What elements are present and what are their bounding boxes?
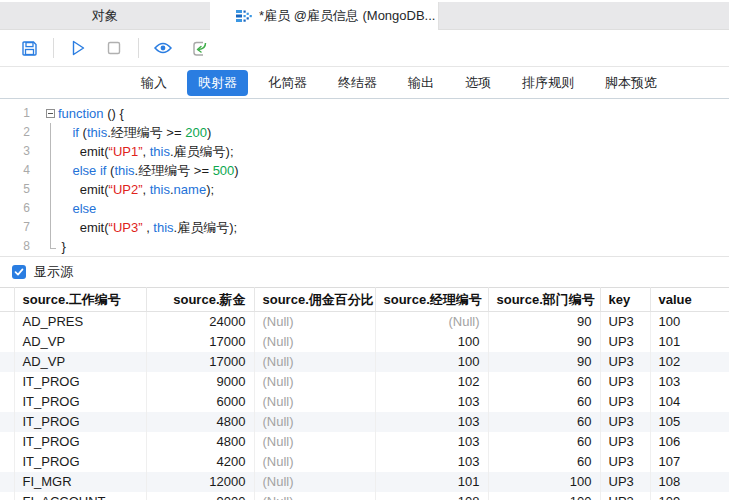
grid-cell[interactable]: 103 [375, 432, 488, 452]
row-selector[interactable] [0, 392, 14, 412]
grid-cell[interactable]: 60 [488, 432, 600, 452]
stop-button[interactable] [101, 36, 127, 60]
grid-cell[interactable]: 9000 [146, 372, 254, 392]
column-header[interactable]: source.薪金 [146, 288, 254, 312]
grid-cell[interactable]: UP3 [600, 352, 650, 372]
grid-cell[interactable]: 100 [488, 472, 600, 492]
grid-cell[interactable]: 100 [375, 352, 488, 372]
tab-document-mapreduce[interactable]: *雇员 @雇员信息 (MongoDB... [210, 2, 439, 30]
grid-cell[interactable]: 90 [488, 332, 600, 352]
grid-cell[interactable]: 102 [375, 372, 488, 392]
grid-cell[interactable]: 103 [375, 392, 488, 412]
grid-cell[interactable]: AD_VP [14, 332, 146, 352]
fold-toggle-icon[interactable] [40, 104, 58, 123]
grid-cell[interactable]: 17000 [146, 332, 254, 352]
grid-cell[interactable]: 4800 [146, 412, 254, 432]
column-header[interactable] [0, 288, 14, 312]
grid-cell[interactable]: (Null) [254, 492, 375, 500]
grid-cell[interactable]: UP3 [600, 392, 650, 412]
grid-cell[interactable]: 100 [650, 312, 729, 332]
show-source-checkbox[interactable] [12, 265, 26, 279]
grid-cell[interactable]: 4800 [146, 432, 254, 452]
tab-objects[interactable]: 对象 [0, 2, 210, 29]
grid-cell[interactable]: 102 [650, 352, 729, 372]
grid-cell[interactable]: 9000 [146, 492, 254, 500]
tab-finalizer[interactable]: 终结器 [327, 70, 388, 96]
grid-cell[interactable]: FI_ACCOUNT [14, 492, 146, 500]
grid-cell[interactable]: UP3 [600, 332, 650, 352]
grid-cell[interactable]: 100 [488, 492, 600, 500]
grid-cell[interactable]: 103 [375, 412, 488, 432]
grid-cell[interactable]: 103 [650, 372, 729, 392]
grid-cell[interactable]: 60 [488, 392, 600, 412]
grid-cell[interactable]: (Null) [254, 432, 375, 452]
grid-cell[interactable]: IT_PROG [14, 452, 146, 472]
grid-cell[interactable]: (Null) [254, 392, 375, 412]
code-editor[interactable]: 1function () {2 if (this.经理编号 >= 200)3 e… [0, 99, 729, 257]
column-header[interactable]: value [650, 288, 729, 312]
grid-cell[interactable]: 107 [650, 452, 729, 472]
row-selector[interactable] [0, 452, 14, 472]
grid-cell[interactable]: IT_PROG [14, 432, 146, 452]
grid-cell[interactable]: 104 [650, 392, 729, 412]
row-selector[interactable] [0, 432, 14, 452]
row-selector[interactable] [0, 332, 14, 352]
grid-cell[interactable]: UP3 [600, 432, 650, 452]
grid-cell[interactable]: (Null) [254, 372, 375, 392]
grid-cell[interactable]: (Null) [254, 352, 375, 372]
grid-cell[interactable]: 6000 [146, 392, 254, 412]
grid-cell[interactable]: 4200 [146, 452, 254, 472]
row-selector[interactable] [0, 412, 14, 432]
grid-cell[interactable]: (Null) [254, 332, 375, 352]
grid-cell[interactable]: (Null) [375, 312, 488, 332]
run-button[interactable] [65, 36, 91, 60]
tab-output[interactable]: 输出 [397, 70, 445, 96]
grid-cell[interactable]: 108 [375, 492, 488, 500]
grid-cell[interactable]: (Null) [254, 312, 375, 332]
tab-script-preview[interactable]: 脚本预览 [594, 70, 668, 96]
grid-cell[interactable]: (Null) [254, 472, 375, 492]
tab-reducer[interactable]: 化简器 [257, 70, 318, 96]
grid-cell[interactable]: UP3 [600, 492, 650, 500]
grid-cell[interactable]: 12000 [146, 472, 254, 492]
row-selector[interactable] [0, 352, 14, 372]
grid-cell[interactable]: 90 [488, 352, 600, 372]
column-header[interactable]: source.经理编号 [375, 288, 488, 312]
grid-cell[interactable]: AD_VP [14, 352, 146, 372]
grid-cell[interactable]: 100 [375, 332, 488, 352]
column-header[interactable]: source.佣金百分比 [254, 288, 375, 312]
grid-cell[interactable]: FI_MGR [14, 472, 146, 492]
preview-button[interactable] [150, 36, 176, 60]
grid-cell[interactable]: 109 [650, 492, 729, 500]
grid-cell[interactable]: (Null) [254, 412, 375, 432]
grid-cell[interactable]: IT_PROG [14, 392, 146, 412]
column-header[interactable]: source.工作编号 [14, 288, 146, 312]
tab-mapper[interactable]: 映射器 [187, 70, 248, 96]
save-button[interactable] [16, 36, 42, 60]
grid-cell[interactable]: UP3 [600, 452, 650, 472]
tab-collation[interactable]: 排序规则 [511, 70, 585, 96]
grid-cell[interactable]: 103 [375, 452, 488, 472]
grid-cell[interactable]: 106 [650, 432, 729, 452]
grid-cell[interactable]: 60 [488, 372, 600, 392]
column-header[interactable]: source.部门编号 [488, 288, 600, 312]
grid-cell[interactable]: UP3 [600, 412, 650, 432]
row-selector[interactable] [0, 492, 14, 500]
grid-cell[interactable]: (Null) [254, 452, 375, 472]
row-selector[interactable] [0, 312, 14, 332]
grid-cell[interactable]: 24000 [146, 312, 254, 332]
tab-input[interactable]: 输入 [130, 70, 178, 96]
grid-cell[interactable]: UP3 [600, 372, 650, 392]
column-header[interactable]: key [600, 288, 650, 312]
grid-cell[interactable]: 60 [488, 412, 600, 432]
grid-cell[interactable]: 90 [488, 312, 600, 332]
grid-cell[interactable]: IT_PROG [14, 372, 146, 392]
tab-options[interactable]: 选项 [454, 70, 502, 96]
grid-cell[interactable]: UP3 [600, 312, 650, 332]
grid-cell[interactable]: 17000 [146, 352, 254, 372]
grid-cell[interactable]: 105 [650, 412, 729, 432]
grid-cell[interactable]: 101 [650, 332, 729, 352]
grid-cell[interactable]: 101 [375, 472, 488, 492]
grid-cell[interactable]: AD_PRES [14, 312, 146, 332]
grid-cell[interactable]: UP3 [600, 472, 650, 492]
